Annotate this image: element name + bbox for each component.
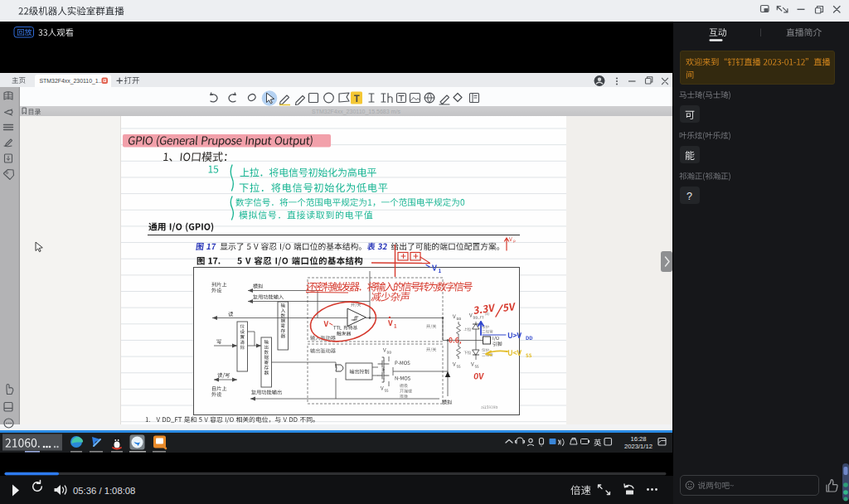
- svg-text:05:36 / 1:08:08: 05:36 / 1:08:08: [73, 486, 135, 496]
- svg-text:STM32F4xx_230110_1...: STM32F4xx_230110_1...: [40, 78, 104, 85]
- svg-text:STM32F4xx_230110_15.5683 m/s: STM32F4xx_230110_15.5683 m/s: [312, 109, 400, 115]
- svg-text:16:28: 16:28: [630, 435, 646, 443]
- svg-text:2023/1/12: 2023/1/12: [624, 443, 653, 450]
- svg-text:?: ?: [686, 191, 692, 202]
